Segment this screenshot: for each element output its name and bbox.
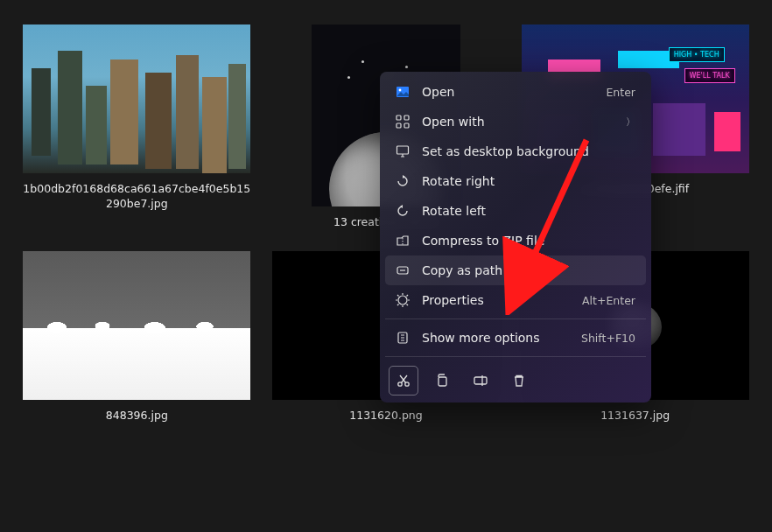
menu-action-bar — [385, 360, 646, 397]
menu-label: Compress to ZIP file — [422, 234, 635, 248]
rotate-right-icon — [396, 174, 410, 188]
menu-item-open[interactable]: Open Enter — [385, 77, 646, 107]
svg-point-8 — [398, 296, 407, 304]
menu-label: Set as desktop background — [422, 144, 635, 158]
svg-rect-13 — [474, 377, 487, 384]
desktop-bg-icon — [396, 144, 410, 158]
menu-label: Rotate right — [422, 174, 635, 188]
menu-separator — [385, 356, 646, 357]
file-name: 1131620.png — [349, 409, 422, 424]
chevron-right-icon: 〉 — [626, 116, 635, 129]
menu-shortcut: Enter — [606, 86, 635, 99]
neon-sign-text: WE'LL TALK — [684, 68, 735, 83]
neon-sign-text: HIGH • TECH — [669, 47, 725, 62]
copy-path-icon — [396, 263, 410, 277]
file-name: 1131637.jpg — [600, 409, 670, 424]
menu-label: Open — [422, 85, 593, 99]
menu-shortcut: Alt+Enter — [582, 294, 635, 307]
context-menu: Open Enter Open with 〉 Set as desktop ba… — [380, 72, 651, 402]
svg-rect-6 — [397, 146, 409, 154]
svg-point-1 — [399, 89, 402, 92]
cut-button[interactable] — [389, 366, 418, 396]
menu-item-rotate-left[interactable]: Rotate left — [385, 196, 646, 226]
rename-button[interactable] — [466, 366, 495, 396]
more-options-icon — [396, 331, 410, 345]
open-with-icon — [396, 115, 410, 129]
menu-item-open-with[interactable]: Open with 〉 — [385, 107, 646, 136]
zip-icon — [396, 234, 410, 248]
menu-label: Properties — [422, 293, 570, 307]
menu-label: Rotate left — [422, 204, 635, 218]
properties-icon — [396, 293, 410, 307]
file-name: 848396.jpg — [106, 409, 168, 424]
delete-button[interactable] — [504, 366, 534, 396]
menu-label: Open with — [422, 115, 614, 129]
menu-shortcut: Shift+F10 — [581, 332, 635, 345]
open-image-icon — [396, 85, 410, 99]
menu-label: Copy as path — [422, 263, 635, 277]
rotate-left-icon — [396, 204, 410, 218]
svg-rect-4 — [397, 123, 401, 128]
cut-icon — [396, 373, 411, 388]
file-tile[interactable]: 848396.jpg — [19, 251, 255, 424]
menu-separator — [385, 318, 646, 319]
menu-item-rotate-right[interactable]: Rotate right — [385, 166, 646, 196]
svg-rect-2 — [397, 116, 401, 120]
menu-item-copy-as-path[interactable]: Copy as path — [385, 256, 646, 285]
menu-item-compress-zip[interactable]: Compress to ZIP file — [385, 226, 646, 256]
thumbnail — [23, 251, 250, 400]
copy-icon — [434, 373, 450, 388]
menu-item-show-more-options[interactable]: Show more options Shift+F10 — [385, 323, 646, 353]
svg-rect-3 — [404, 116, 409, 120]
copy-button[interactable] — [427, 366, 457, 396]
menu-label: Show more options — [422, 331, 569, 345]
rename-icon — [473, 373, 488, 388]
file-name: 1b00db2f0168d68ca661a67cbe4f0e5b15290be7… — [23, 182, 250, 212]
menu-item-properties[interactable]: Properties Alt+Enter — [385, 285, 646, 315]
svg-rect-12 — [439, 377, 446, 386]
thumbnail — [23, 24, 250, 173]
delete-icon — [511, 373, 527, 388]
menu-item-set-desktop-bg[interactable]: Set as desktop background — [385, 136, 646, 166]
file-tile[interactable]: 1b00db2f0168d68ca661a67cbe4f0e5b15290be7… — [19, 24, 255, 230]
svg-rect-5 — [404, 123, 409, 128]
